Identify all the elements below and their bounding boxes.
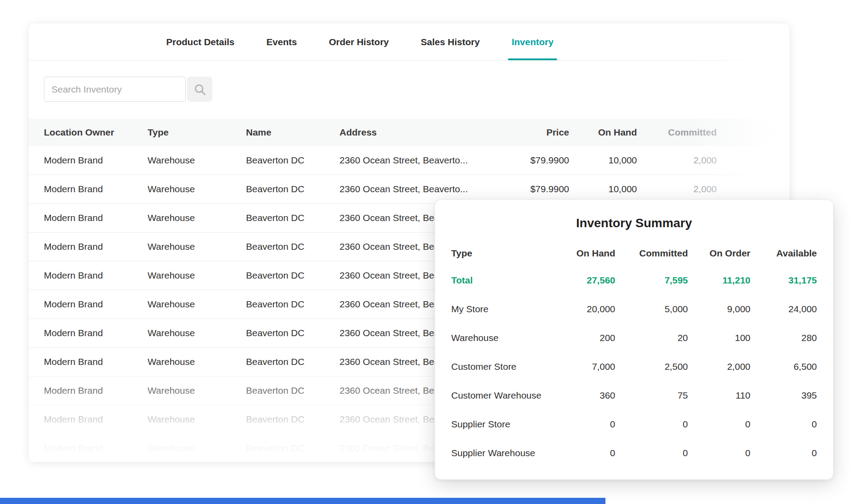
summary-cell-on-hand: 7,000	[549, 361, 615, 372]
cell-on-order: 6,000	[717, 184, 789, 194]
cell-price: $79.9900	[520, 155, 569, 166]
summary-cell-on-hand: 360	[549, 390, 615, 401]
cell-type: Warehouse	[148, 443, 246, 454]
cell-location-owner: Modern Brand	[44, 385, 148, 396]
summary-row-warehouse: Warehouse 200 20 100 280	[451, 323, 817, 352]
summary-cell-on-hand: 27,560	[549, 275, 615, 286]
tab-label: Product Details	[166, 37, 234, 47]
cell-location-owner: Modern Brand	[44, 299, 148, 310]
summary-row-supplier-store: Supplier Store 0 0 0 0	[451, 410, 817, 438]
col-header-price: Price	[520, 127, 569, 138]
col-header-on-order: On Order	[717, 127, 789, 138]
cell-name: Beaverton DC	[246, 357, 340, 367]
cell-type: Warehouse	[148, 385, 246, 396]
search-input[interactable]	[44, 77, 186, 102]
tab-label: Sales History	[421, 37, 480, 47]
summary-cell-type: Total	[451, 275, 549, 286]
cell-type: Warehouse	[148, 184, 246, 194]
search-button[interactable]	[187, 77, 212, 102]
summary-header-row: Type On Hand Committed On Order Availabl…	[451, 241, 817, 266]
summary-cell-available: 24,000	[750, 304, 817, 314]
summary-col-committed: Committed	[615, 248, 688, 259]
cell-location-owner: Modern Brand	[44, 184, 148, 194]
summary-cell-on-hand: 0	[549, 419, 615, 430]
summary-cell-on-order: 0	[688, 419, 750, 430]
summary-cell-committed: 2,500	[615, 361, 688, 372]
summary-cell-type: My Store	[451, 304, 549, 314]
tab-product-details[interactable]: Product Details	[166, 23, 234, 60]
cell-on-hand: 10,000	[569, 155, 637, 166]
col-header-name: Name	[246, 127, 340, 138]
inventory-summary-title: Inventory Summary	[435, 216, 833, 230]
search-icon	[193, 83, 207, 96]
summary-cell-committed: 75	[615, 390, 688, 401]
cell-type: Warehouse	[148, 414, 246, 425]
tab-bar: Product Details Events Order History Sal…	[29, 23, 789, 61]
summary-cell-committed: 20	[615, 333, 688, 343]
cell-name: Beaverton DC	[246, 213, 340, 223]
summary-cell-type: Customer Warehouse	[451, 390, 549, 401]
summary-row-my-store: My Store 20,000 5,000 9,000 24,000	[451, 295, 817, 323]
cell-location-owner: Modern Brand	[44, 155, 148, 166]
tab-inventory[interactable]: Inventory	[511, 23, 554, 60]
col-header-committed: Committed	[637, 127, 717, 138]
cell-committed: 2,000	[637, 155, 717, 166]
cell-location-owner: Modern Brand	[44, 443, 148, 454]
cell-type: Warehouse	[148, 241, 246, 252]
cell-name: Beaverton DC	[246, 270, 340, 281]
cell-location-owner: Modern Brand	[44, 213, 148, 223]
cell-name: Beaverton DC	[246, 414, 340, 425]
summary-cell-available: 0	[750, 419, 817, 430]
cell-name: Beaverton DC	[246, 443, 340, 454]
summary-cell-available: 0	[750, 448, 817, 458]
inventory-summary-table: Type On Hand Committed On Order Availabl…	[435, 241, 833, 467]
cell-type: Warehouse	[148, 155, 246, 166]
col-header-type: Type	[148, 127, 246, 138]
summary-cell-type: Supplier Warehouse	[451, 448, 549, 458]
inventory-summary-panel: Inventory Summary Type On Hand Committed…	[435, 200, 833, 480]
tab-events[interactable]: Events	[266, 23, 297, 60]
cell-name: Beaverton DC	[246, 385, 340, 396]
summary-cell-committed: 7,595	[615, 275, 688, 286]
cell-location-owner: Modern Brand	[44, 270, 148, 281]
summary-cell-committed: 0	[615, 448, 688, 458]
cell-committed: 2,000	[637, 184, 717, 194]
tab-label: Events	[266, 37, 297, 47]
summary-cell-on-order: 11,210	[688, 275, 750, 286]
summary-row-supplier-warehouse: Supplier Warehouse 0 0 0 0	[451, 438, 817, 467]
table-row-warehouse[interactable]: Modern Brand Warehouse Beaverton DC 2360…	[29, 146, 789, 175]
tab-sales-history[interactable]: Sales History	[421, 23, 480, 60]
cell-type: Warehouse	[148, 328, 246, 338]
page: Product Details Events Order History Sal…	[0, 0, 851, 504]
cell-address: 2360 Ocean Street, Beaverto...	[340, 184, 520, 194]
summary-cell-on-hand: 200	[549, 333, 615, 343]
summary-cell-on-hand: 20,000	[549, 304, 615, 314]
summary-col-on-order: On Order	[688, 248, 750, 259]
inventory-table-header: Location Owner Type Name Address Price O…	[29, 119, 789, 146]
cell-type: Warehouse	[148, 213, 246, 223]
cell-location-owner: Modern Brand	[44, 414, 148, 425]
cell-location-owner: Modern Brand	[44, 357, 148, 367]
summary-row-total: Total 27,560 7,595 11,210 31,175	[451, 266, 817, 295]
cell-name: Beaverton DC	[246, 184, 340, 194]
col-header-on-hand: On Hand	[569, 127, 637, 138]
summary-cell-type: Warehouse	[451, 333, 549, 343]
cell-on-order: 6,000	[717, 155, 789, 166]
summary-cell-available: 280	[750, 333, 817, 343]
summary-cell-type: Supplier Store	[451, 419, 549, 430]
cell-location-owner: Modern Brand	[44, 241, 148, 252]
summary-cell-available: 395	[750, 390, 817, 401]
tab-order-history[interactable]: Order History	[329, 23, 389, 60]
summary-cell-available: 6,500	[750, 361, 817, 372]
cell-name: Beaverton DC	[246, 241, 340, 252]
cell-name: Beaverton DC	[246, 299, 340, 310]
summary-row-customer-warehouse: Customer Warehouse 360 75 110 395	[451, 381, 817, 410]
summary-cell-on-hand: 0	[549, 448, 615, 458]
summary-cell-on-order: 9,000	[688, 304, 750, 314]
cell-name: Beaverton DC	[246, 328, 340, 338]
bottom-horizontal-scrollbar[interactable]	[0, 498, 605, 504]
summary-cell-committed: 5,000	[615, 304, 688, 314]
cell-type: Warehouse	[148, 357, 246, 367]
col-header-address: Address	[340, 127, 520, 138]
summary-body: Total 27,560 7,595 11,210 31,175 My Stor…	[451, 266, 817, 467]
